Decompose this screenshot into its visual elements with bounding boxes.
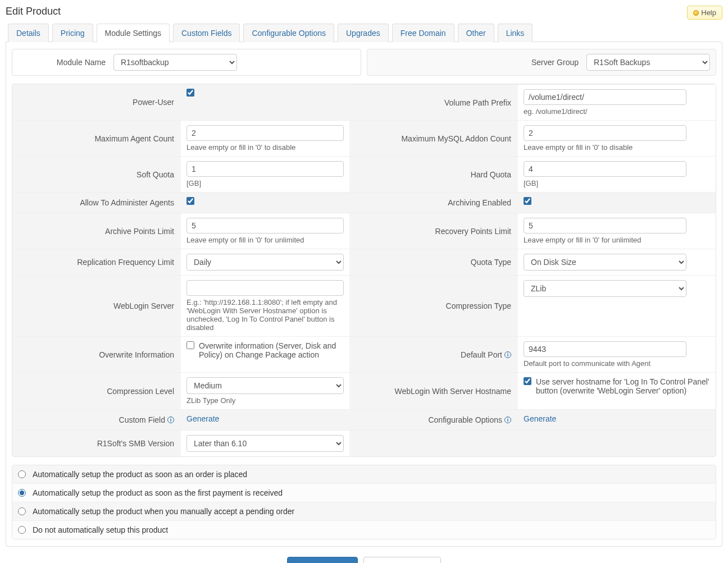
- auto-setup-radio[interactable]: [18, 526, 26, 534]
- auto-setup-option: Do not automatically setup this product: [12, 520, 716, 539]
- admin-agents-checkbox[interactable]: [186, 197, 194, 205]
- hard-quota-hint: [GB]: [524, 179, 710, 187]
- compression-type-cell: ZLib: [518, 275, 716, 336]
- default-port-cell: Default port to communicate with Agent: [518, 336, 716, 372]
- tab-details[interactable]: Details: [8, 24, 49, 42]
- archiving-cell: [518, 192, 716, 213]
- quota-type-label: Quota Type: [349, 249, 518, 275]
- compression-type-select[interactable]: ZLib: [524, 280, 686, 297]
- hard-quota-label: Hard Quota: [349, 156, 518, 192]
- volume-path-label: Volume Path Prefix: [349, 84, 518, 120]
- max-agent-label: Maximum Agent Count: [12, 120, 181, 156]
- auto-setup-radio[interactable]: [18, 470, 26, 478]
- compression-level-select[interactable]: Medium: [186, 377, 344, 394]
- admin-agents-cell: [181, 192, 349, 213]
- save-button[interactable]: Save Changes: [287, 557, 358, 563]
- tab-configurable-options[interactable]: Configurable Options: [243, 24, 334, 42]
- settings-grid: Power-User Volume Path Prefix eg. /volum…: [12, 84, 716, 457]
- recovery-points-label: Recovery Points Limit: [349, 213, 518, 249]
- smb-version-label: R1Soft's SMB Version: [12, 430, 181, 456]
- info-icon[interactable]: i: [504, 416, 511, 423]
- overwrite-info-cell: Overwrite information (Server, Disk and …: [181, 336, 349, 372]
- replication-cell: Daily: [181, 249, 349, 275]
- weblogin-input[interactable]: [186, 280, 344, 296]
- replication-select[interactable]: Daily: [186, 254, 344, 271]
- recovery-points-input[interactable]: [524, 218, 686, 234]
- power-user-label: Power-User: [12, 84, 181, 120]
- default-port-input[interactable]: [524, 341, 686, 357]
- smb-version-select[interactable]: Later than 6.10: [186, 435, 344, 452]
- auto-setup-radio[interactable]: [18, 507, 26, 515]
- quota-type-cell: On Disk Size: [518, 249, 716, 275]
- max-agent-cell: Leave empty or fill in '0' to disable: [181, 120, 349, 156]
- help-label: Help: [701, 8, 716, 17]
- tab-links[interactable]: Links: [498, 24, 533, 42]
- info-icon[interactable]: i: [504, 351, 511, 358]
- max-agent-hint: Leave empty or fill in '0' to disable: [186, 143, 344, 152]
- weblogin-hostname-checkbox[interactable]: [524, 377, 531, 385]
- hard-quota-input[interactable]: [524, 161, 686, 177]
- module-name-group: Module Name R1softbackup: [12, 49, 361, 76]
- weblogin-hostname-label: WebLogin With Server Hostname: [349, 372, 518, 409]
- default-port-hint: Default port to communicate with Agent: [524, 359, 710, 368]
- max-mysql-input[interactable]: [524, 125, 686, 141]
- soft-quota-cell: [GB]: [181, 156, 349, 192]
- recovery-points-hint: Leave empty or fill in '0' for unlimited: [524, 236, 710, 244]
- tab-free-domain[interactable]: Free Domain: [392, 24, 454, 42]
- max-agent-input[interactable]: [186, 125, 344, 141]
- overwrite-info-checkbox[interactable]: [186, 341, 194, 349]
- auto-setup-option: Automatically setup the product when you…: [12, 502, 716, 520]
- module-name-label: Module Name: [18, 58, 113, 67]
- config-options-cell: Generate: [518, 409, 716, 430]
- smb-version-cell: Later than 6.10: [181, 430, 349, 456]
- custom-field-generate-link[interactable]: Generate: [186, 414, 219, 423]
- weblogin-hostname-text: Use server hostname for 'Log In To Contr…: [536, 377, 710, 395]
- compression-type-label: Compression Type: [349, 275, 518, 336]
- custom-field-label: Custom Field i: [12, 409, 181, 430]
- auto-setup-panel: Automatically setup the product as soon …: [12, 465, 716, 539]
- power-user-cell: [181, 84, 349, 120]
- max-mysql-hint: Leave empty or fill in '0' to disable: [524, 143, 710, 152]
- empty-cell: [518, 430, 716, 456]
- overwrite-info-label: Overwrite Information: [12, 336, 181, 372]
- weblogin-label: WebLogin Server: [12, 275, 181, 336]
- tab-custom-fields[interactable]: Custom Fields: [173, 24, 240, 42]
- archive-points-input[interactable]: [186, 218, 344, 234]
- soft-quota-input[interactable]: [186, 161, 344, 177]
- info-icon[interactable]: i: [167, 416, 174, 423]
- archive-points-hint: Leave empty or fill in '0' for unlimited: [186, 236, 344, 244]
- module-name-select[interactable]: R1softbackup: [113, 54, 237, 71]
- auto-setup-option: Automatically setup the product as soon …: [12, 483, 716, 502]
- tab-upgrades[interactable]: Upgrades: [338, 24, 389, 42]
- help-button[interactable]: Help: [687, 6, 722, 20]
- tab-pricing[interactable]: Pricing: [52, 24, 93, 42]
- module-settings-panel: Module Name R1softbackup Server Group R1…: [6, 42, 722, 547]
- cancel-button[interactable]: Cancel Changes: [363, 557, 441, 563]
- server-group-select[interactable]: R1Soft Backups: [586, 54, 710, 71]
- recovery-points-cell: Leave empty or fill in '0' for unlimited: [518, 213, 716, 249]
- archive-points-label: Archive Points Limit: [12, 213, 181, 249]
- volume-path-input[interactable]: [524, 89, 686, 105]
- config-options-label: Configurable Options i: [349, 409, 518, 430]
- weblogin-hint: E.g.: 'http://192.168.1.1:8080'; if left…: [186, 298, 344, 332]
- power-user-checkbox[interactable]: [186, 89, 194, 97]
- archiving-checkbox[interactable]: [524, 197, 531, 205]
- overwrite-info-text: Overwrite information (Server, Disk and …: [199, 341, 344, 359]
- max-mysql-label: Maximum MySQL Addon Count: [349, 120, 518, 156]
- auto-setup-label: Do not automatically setup this product: [33, 525, 168, 534]
- tab-bar: DetailsPricingModule SettingsCustom Fiel…: [8, 23, 722, 42]
- server-group-group: Server Group R1Soft Backups: [367, 49, 716, 76]
- quota-type-select[interactable]: On Disk Size: [524, 254, 686, 271]
- weblogin-cell: E.g.: 'http://192.168.1.1:8080'; if left…: [181, 275, 349, 336]
- button-bar: Save Changes Cancel Changes: [6, 547, 722, 563]
- tab-module-settings[interactable]: Module Settings: [97, 24, 170, 42]
- auto-setup-radio[interactable]: [18, 489, 26, 497]
- compression-level-cell: Medium ZLib Type Only: [181, 372, 349, 409]
- lightbulb-icon: [693, 10, 699, 16]
- compression-level-label: Compression Level: [12, 372, 181, 409]
- config-options-generate-link[interactable]: Generate: [524, 414, 556, 423]
- archiving-label: Archiving Enabled: [349, 192, 518, 213]
- tab-other[interactable]: Other: [458, 24, 494, 42]
- compression-level-hint: ZLib Type Only: [186, 396, 344, 405]
- custom-field-cell: Generate: [181, 409, 349, 430]
